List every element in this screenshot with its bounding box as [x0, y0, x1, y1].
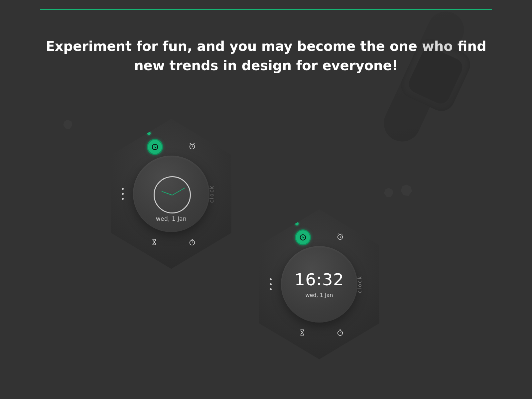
hourglass-icon[interactable]: [296, 327, 308, 338]
clock-icon[interactable]: [147, 139, 163, 155]
svg-point-2: [190, 240, 195, 245]
more-icon[interactable]: [122, 188, 124, 200]
status-dot: [147, 132, 151, 135]
clock-icon[interactable]: [295, 229, 311, 245]
center-disc[interactable]: 16:32 wed, 1 Jan: [281, 246, 357, 323]
stopwatch-icon[interactable]: [186, 236, 198, 248]
time-label: 16:32: [281, 270, 357, 289]
hourglass-icon[interactable]: [148, 236, 160, 248]
clock-widget-digital: clock 16:32 wed, 1 Jan: [248, 206, 391, 362]
minute-hand: [172, 188, 185, 196]
alarm-icon[interactable]: [186, 140, 198, 152]
watch-ghost-bg: [352, 0, 519, 153]
date-label: wed, 1 Jan: [281, 292, 357, 298]
svg-point-5: [338, 331, 343, 336]
clock-widget-analog: clock wed, 1 Jan: [100, 116, 243, 272]
alarm-icon[interactable]: [334, 231, 346, 243]
stopwatch-icon[interactable]: [334, 327, 346, 338]
mode-label: clock: [357, 275, 363, 293]
decor-poly: [401, 185, 412, 196]
analog-clock-ring: [154, 176, 191, 213]
center-disc[interactable]: wed, 1 Jan: [133, 156, 209, 232]
date-label: wed, 1 Jan: [133, 215, 209, 222]
hour-hand: [162, 191, 173, 196]
status-dot: [295, 222, 299, 225]
more-icon[interactable]: [270, 278, 272, 290]
decor-poly: [63, 120, 72, 129]
mode-label: clock: [209, 185, 215, 203]
decor-poly: [384, 188, 393, 197]
